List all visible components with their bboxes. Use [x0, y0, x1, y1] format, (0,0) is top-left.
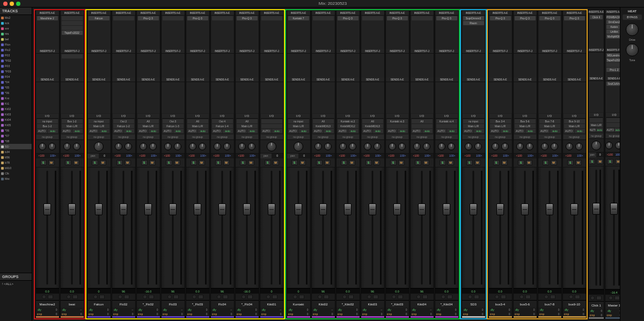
- insert-slot[interactable]: Pro-Q 3: [138, 16, 159, 20]
- insert-slot[interactable]: Unfiltrt: [606, 30, 620, 34]
- group-selector[interactable]: no group: [337, 135, 359, 139]
- track-row[interactable]: *07: [0, 133, 32, 138]
- solo-button[interactable]: S: [116, 160, 123, 165]
- solo-button[interactable]: S: [493, 160, 500, 165]
- track-row[interactable]: *05: [0, 85, 32, 90]
- pan-knob-l[interactable]: [164, 143, 172, 150]
- auto-mode[interactable]: AUTO: [212, 129, 222, 133]
- insert-slot[interactable]: [62, 16, 83, 20]
- record-enable-button[interactable]: [392, 295, 396, 299]
- fader-cap[interactable]: [144, 203, 152, 215]
- insert-slot[interactable]: [62, 21, 83, 25]
- insert-slot[interactable]: PDWBACK2: [606, 15, 620, 19]
- pan-knob-r[interactable]: [125, 143, 132, 150]
- mute-button[interactable]: M: [48, 160, 55, 165]
- channel-name[interactable]: *_Flc02: [137, 300, 160, 308]
- insert-slot[interactable]: [606, 63, 620, 67]
- channel-name[interactable]: *_Ktkt04: [435, 300, 458, 308]
- input-monitor-button[interactable]: [525, 295, 531, 299]
- pan-knob-l[interactable]: [516, 143, 524, 150]
- fader-cap[interactable]: [295, 203, 302, 215]
- input-monitor-button[interactable]: [398, 295, 403, 299]
- track-row[interactable]: Kt03: [0, 112, 32, 117]
- input-selector[interactable]: Bus 3-4: [490, 119, 511, 123]
- mute-button[interactable]: M: [597, 159, 603, 164]
- channel-name[interactable]: bus9-10: [563, 300, 586, 308]
- track-row[interactable]: Flc2: [0, 47, 32, 53]
- record-enable-button[interactable]: [569, 295, 573, 299]
- group-selector[interactable]: no group: [411, 135, 433, 139]
- insert-slot[interactable]: [113, 16, 134, 20]
- input-monitor-button[interactable]: [348, 295, 354, 299]
- output-selector[interactable]: Main L/R: [288, 124, 309, 128]
- channel-name[interactable]: *_Ktkt03: [386, 300, 409, 308]
- insert-slot[interactable]: [412, 16, 433, 20]
- input-monitor-button[interactable]: [614, 296, 620, 300]
- track-row[interactable]: *F02: [0, 58, 32, 63]
- track-row[interactable]: kck: [0, 20, 32, 26]
- auto-read[interactable]: auto read: [398, 129, 408, 133]
- heat-drive-knob[interactable]: [626, 23, 639, 36]
- pan-knob-r[interactable]: [501, 143, 509, 150]
- solo-button[interactable]: S: [92, 160, 98, 165]
- input-selector[interactable]: Out 4: [212, 119, 233, 123]
- mute-button[interactable]: M: [374, 160, 380, 165]
- auto-read[interactable]: auto read: [272, 129, 282, 133]
- auto-mode[interactable]: AUTO: [590, 128, 596, 132]
- track-row[interactable]: SD: [0, 144, 32, 149]
- pan-knob-l[interactable]: [140, 143, 147, 150]
- pan-knob-r[interactable]: [248, 143, 255, 150]
- pan-knob-r[interactable]: [398, 143, 406, 150]
- solo-button[interactable]: S: [390, 160, 397, 165]
- auto-mode[interactable]: AUTO: [490, 129, 500, 133]
- track-row[interactable]: F03: [0, 53, 32, 58]
- insert-slot[interactable]: TapeFx2022: [62, 31, 83, 35]
- auto-mode[interactable]: AUTO: [362, 129, 372, 133]
- output-selector[interactable]: Main L/R: [187, 124, 208, 128]
- insert-slot[interactable]: TapeFx2022: [606, 58, 620, 62]
- channel-name[interactable]: Kontakt: [287, 300, 310, 308]
- input-selector[interactable]: no input: [463, 119, 484, 123]
- group-selector[interactable]: no group: [261, 135, 283, 139]
- input-selector[interactable]: Bus 5-6: [515, 119, 536, 123]
- record-enable-button[interactable]: [118, 295, 122, 299]
- insert-slot[interactable]: [313, 16, 334, 20]
- output-selector[interactable]: Falcon 1-3: [163, 124, 184, 128]
- mute-button[interactable]: M: [299, 160, 306, 165]
- record-enable-button[interactable]: [544, 295, 548, 299]
- output-selector[interactable]: Main L/R: [490, 124, 511, 128]
- fader-cap[interactable]: [521, 203, 529, 215]
- input-monitor-button[interactable]: [247, 295, 253, 299]
- pan-knob-r[interactable]: [174, 143, 181, 150]
- input-monitor-button[interactable]: [550, 295, 555, 299]
- track-row[interactable]: *06: [0, 90, 32, 96]
- auto-mode[interactable]: AUTO: [37, 129, 47, 133]
- channel-name[interactable]: Click 1: [589, 301, 604, 309]
- pan-knob-l[interactable]: [238, 143, 246, 150]
- group-selector[interactable]: no group: [489, 135, 511, 139]
- input-monitor-button[interactable]: [99, 295, 105, 299]
- record-enable-button[interactable]: [217, 295, 221, 299]
- output-selector[interactable]: KntktMIDI12: [338, 124, 358, 128]
- channel-name[interactable]: Flc02: [112, 300, 135, 308]
- output-selector[interactable]: Main L/R: [564, 124, 585, 128]
- input-selector[interactable]: no input: [288, 119, 309, 123]
- pan-knob-l[interactable]: [189, 143, 196, 150]
- fader-cap[interactable]: [43, 203, 51, 215]
- insert-slot[interactable]: NIsNpMDI1: [606, 34, 620, 39]
- solo-button[interactable]: S: [365, 160, 372, 165]
- channel-name[interactable]: bus7-8: [538, 300, 561, 308]
- pan-knob-r[interactable]: [324, 143, 332, 150]
- input-monitor-button[interactable]: [48, 295, 53, 299]
- track-row[interactable]: Knt: [0, 96, 32, 101]
- input-monitor-button[interactable]: [474, 295, 479, 299]
- track-row[interactable]: b910: [0, 165, 32, 171]
- auto-mode[interactable]: AUTO: [412, 129, 422, 133]
- channel-name[interactable]: beat: [61, 300, 84, 308]
- record-enable-button[interactable]: [293, 295, 297, 299]
- auto-read[interactable]: auto read: [48, 129, 58, 133]
- record-enable-button[interactable]: [241, 295, 246, 299]
- record-enable-button[interactable]: [67, 295, 71, 299]
- solo-button[interactable]: S: [291, 160, 298, 165]
- fader-cap[interactable]: [169, 203, 177, 215]
